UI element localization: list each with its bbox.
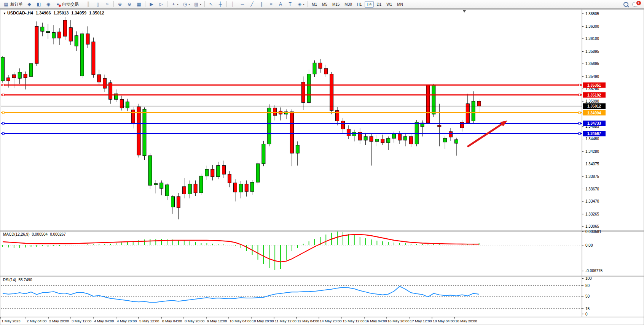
- zoom-out-button[interactable]: ⊖: [125, 0, 134, 8]
- macd-indicator-label: MACD(12,26,9)0.0005040.000267: [3, 232, 66, 236]
- community-button[interactable]: ◧: [34, 0, 43, 8]
- cursor-icon: ↖: [208, 1, 214, 7]
- signals-button[interactable]: ◉: [44, 0, 53, 8]
- trendline-icon: ╱: [249, 1, 255, 7]
- svg-text:16 May 04:00: 16 May 04:00: [365, 319, 387, 323]
- svg-text:11 May 12:00: 11 May 12:00: [275, 319, 296, 323]
- zoom-in-button[interactable]: ⊕: [115, 0, 124, 8]
- svg-text:1.34480: 1.34480: [585, 137, 599, 141]
- timeframe-M15[interactable]: M15: [330, 1, 342, 8]
- periods-dropdown-icon[interactable]: ▾: [188, 3, 190, 6]
- svg-text:4 May 20:00: 4 May 20:00: [117, 319, 137, 323]
- horizontal-line-button[interactable]: ─: [238, 0, 247, 8]
- cursor-button[interactable]: ↖: [206, 0, 215, 8]
- toolbar-separator: [167, 1, 167, 7]
- line-chart-icon: ≈: [104, 1, 110, 7]
- new-order-icon: ▤: [3, 1, 9, 7]
- templates-dropdown-icon[interactable]: ▾: [200, 3, 201, 6]
- timeframe-MN[interactable]: MN: [395, 1, 405, 8]
- chart-shift-icon: ▷: [158, 1, 164, 7]
- toolbar-separator: [226, 1, 227, 7]
- fibonacci-button[interactable]: ≡: [266, 0, 276, 8]
- bar-chart-button[interactable]: ║: [84, 0, 93, 8]
- timeframe-W1[interactable]: W1: [384, 1, 394, 8]
- svg-text:14 May 23:00: 14 May 23:00: [320, 319, 342, 323]
- svg-text:15: 15: [585, 307, 590, 311]
- one-click-trading-toggle[interactable]: ▼: [3, 12, 6, 15]
- main-toolbar: ▤新订单◆◧◉●自动交易║▯≈⊕⊖▦▶▷+▾◷▾▧▾↖┼│─╱∥≡AT◈▾M1M…: [0, 0, 644, 9]
- toolbar-separator: [145, 1, 145, 7]
- high-value: 1.35013: [54, 11, 69, 15]
- signals-icon: ◉: [45, 1, 51, 7]
- timeframe-H4[interactable]: H4: [365, 1, 374, 8]
- templates-button[interactable]: ▧▾: [192, 0, 203, 8]
- svg-text:1.34280: 1.34280: [585, 149, 599, 154]
- funds-button[interactable]: ◆: [25, 0, 34, 8]
- arrows-icon: ◈: [296, 1, 303, 7]
- timeframe-M30[interactable]: M30: [342, 1, 354, 8]
- vertical-line-button[interactable]: │: [228, 0, 238, 8]
- bar-chart-icon: ║: [85, 1, 91, 7]
- svg-text:4 May 04:00: 4 May 04:00: [94, 319, 114, 323]
- search-icon[interactable]: [623, 2, 628, 7]
- svg-text:10 May 20:00: 10 May 20:00: [252, 319, 274, 323]
- toolbar-right-group: 1: [623, 2, 642, 7]
- vertical-line-icon: │: [230, 1, 236, 7]
- timeframe-M1[interactable]: M1: [309, 1, 319, 8]
- text-button[interactable]: A: [276, 0, 285, 8]
- svg-text:17 May 12:00: 17 May 12:00: [410, 319, 432, 323]
- indicators-dropdown-icon[interactable]: ▾: [177, 3, 179, 6]
- svg-text:1.35695: 1.35695: [585, 62, 599, 66]
- candlestick-chart-button[interactable]: ▯: [93, 0, 102, 8]
- text-label-button[interactable]: T: [285, 0, 295, 8]
- auto-scroll-button[interactable]: ▶: [147, 0, 156, 8]
- equidistant-channel-icon: ∥: [258, 1, 265, 7]
- open-value: 1.34966: [36, 11, 51, 15]
- chart-window[interactable]: 1.365051.363001.361001.358951.356951.354…: [0, 9, 644, 325]
- timeframe-H1[interactable]: H1: [355, 1, 364, 8]
- timeframe-M5[interactable]: M5: [320, 1, 330, 8]
- chart-shift-button[interactable]: ▷: [156, 0, 166, 8]
- line-chart-button[interactable]: ≈: [103, 0, 112, 8]
- svg-text:8 May 04:00: 8 May 04:00: [162, 319, 182, 323]
- arrows-button[interactable]: ◈▾: [295, 0, 306, 8]
- auto-trading-button[interactable]: ●自动交易: [53, 0, 80, 8]
- arrows-dropdown-icon[interactable]: ▾: [303, 3, 304, 6]
- svg-text:2 May 20:00: 2 May 20:00: [49, 319, 69, 323]
- svg-text:1.34567: 1.34567: [587, 132, 601, 136]
- svg-text:1.35895: 1.35895: [585, 49, 599, 54]
- notifications-icon[interactable]: 1: [632, 2, 639, 7]
- symbol-ohlc-line: ▼USDCAD-,H41.349661.350131.349591.35012: [3, 11, 104, 15]
- svg-text:1.35012: 1.35012: [587, 104, 601, 108]
- trendline-button[interactable]: ╱: [247, 0, 257, 8]
- tile-windows-button[interactable]: ▦: [134, 0, 143, 8]
- notification-badge: 1: [636, 1, 641, 5]
- svg-text:0: 0: [585, 312, 588, 316]
- new-order-button[interactable]: ▤新订单: [2, 0, 24, 8]
- fibonacci-icon: ≡: [268, 1, 274, 7]
- periods-button[interactable]: ◷▾: [180, 0, 191, 8]
- toolbar-separator: [204, 1, 205, 7]
- svg-text:1.33265: 1.33265: [585, 212, 599, 216]
- zoom-out-icon: ⊖: [126, 1, 132, 7]
- toolbar-separator: [113, 1, 114, 7]
- chart-canvas[interactable]: 1.365051.363001.361001.358951.356951.354…: [0, 9, 644, 325]
- close-value: 1.35012: [89, 11, 104, 15]
- funds-icon: ◆: [26, 1, 32, 7]
- crosshair-icon: ┼: [217, 1, 223, 7]
- svg-text:-0.006775: -0.006775: [585, 269, 603, 273]
- crosshair-button[interactable]: ┼: [216, 0, 225, 8]
- svg-text:1 May 2023: 1 May 2023: [2, 319, 21, 323]
- svg-text:10 May 04:00: 10 May 04:00: [230, 319, 252, 323]
- svg-text:80: 80: [585, 284, 590, 288]
- horizontal-line-icon: ─: [239, 1, 245, 7]
- svg-text:1.33470: 1.33470: [585, 199, 599, 203]
- community-icon: ◧: [36, 1, 42, 7]
- indicators-button[interactable]: +▾: [169, 0, 180, 8]
- timeframe-D1[interactable]: D1: [374, 1, 384, 8]
- templates-icon: ▧: [193, 1, 199, 7]
- svg-text:1.34904: 1.34904: [587, 111, 601, 115]
- equidistant-channel-button[interactable]: ∥: [257, 0, 266, 8]
- svg-text:1.33670: 1.33670: [585, 187, 599, 191]
- svg-text:1.34075: 1.34075: [585, 162, 599, 166]
